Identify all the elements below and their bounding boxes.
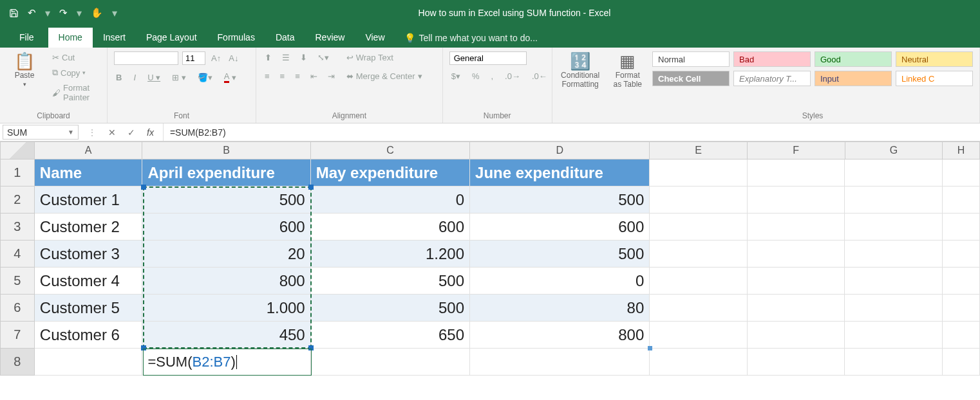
cell-A4[interactable]: Customer 3 xyxy=(35,241,143,268)
col-header-D[interactable]: D xyxy=(470,141,650,159)
cell-H1[interactable] xyxy=(943,159,980,186)
cell-F4[interactable] xyxy=(748,241,845,268)
format-as-table-button[interactable]: ▦ Format as Table xyxy=(610,51,646,90)
cell-G1[interactable] xyxy=(845,159,943,186)
cell-H4[interactable] xyxy=(943,241,980,268)
increase-decimal-icon[interactable]: .0→ xyxy=(503,70,522,82)
style-input[interactable]: Input xyxy=(815,71,892,86)
cell-B6[interactable]: 1.000 xyxy=(142,295,310,322)
cell-F1[interactable] xyxy=(748,159,845,186)
font-color-button[interactable]: A▾ xyxy=(222,70,239,84)
decrease-decimal-icon[interactable]: .0← xyxy=(530,70,549,82)
row-header-2[interactable]: 2 xyxy=(0,186,35,214)
cell-A2[interactable]: Customer 1 xyxy=(35,186,143,214)
tab-formulas[interactable]: Formulas xyxy=(207,28,265,48)
cell-D4[interactable]: 500 xyxy=(470,241,650,268)
cell-H2[interactable] xyxy=(943,186,980,214)
bold-button[interactable]: B xyxy=(114,71,124,84)
row-header-3[interactable]: 3 xyxy=(0,214,35,241)
cell-E6[interactable] xyxy=(650,295,748,322)
col-header-C[interactable]: C xyxy=(311,141,470,159)
cell-H5[interactable] xyxy=(943,268,980,295)
style-explanatory[interactable]: Explanatory T... xyxy=(733,71,811,86)
row-header-6[interactable]: 6 xyxy=(0,295,35,322)
customize-qat-icon[interactable]: ▾ xyxy=(112,7,117,19)
fill-color-button[interactable]: 🪣▾ xyxy=(196,71,214,84)
copy-button[interactable]: ⧉Copy▾ xyxy=(50,66,100,79)
cell-G2[interactable] xyxy=(845,186,943,214)
italic-button[interactable]: I xyxy=(132,71,138,84)
tab-review[interactable]: Review xyxy=(305,28,355,48)
tab-home[interactable]: Home xyxy=(48,28,93,48)
cell-D6[interactable]: 80 xyxy=(470,295,650,322)
cell-G4[interactable] xyxy=(845,241,943,268)
cell-C4[interactable]: 1.200 xyxy=(311,241,470,268)
cell-C6[interactable]: 500 xyxy=(311,295,470,322)
cell-C5[interactable]: 500 xyxy=(311,268,470,295)
cell-G8[interactable] xyxy=(845,349,943,376)
cell-B1[interactable]: April expenditure xyxy=(142,159,310,186)
increase-font-icon[interactable]: A↑ xyxy=(209,52,223,64)
cell-B2[interactable]: 500 xyxy=(142,186,310,214)
cell-A6[interactable]: Customer 5 xyxy=(35,295,143,322)
row-header-7[interactable]: 7 xyxy=(0,322,35,349)
cell-A1[interactable]: Name xyxy=(35,159,143,186)
cell-H8[interactable] xyxy=(943,349,980,376)
col-header-G[interactable]: G xyxy=(845,141,943,159)
style-normal[interactable]: Normal xyxy=(652,51,730,67)
number-format-select[interactable] xyxy=(449,51,527,65)
col-header-B[interactable]: B xyxy=(142,141,310,159)
save-icon[interactable] xyxy=(9,8,19,18)
tab-file[interactable]: File xyxy=(5,28,48,48)
align-middle-icon[interactable]: ☰ xyxy=(280,51,292,64)
name-box[interactable]: SUM ▼ xyxy=(3,125,79,140)
cell-D8[interactable] xyxy=(470,349,650,376)
cut-button[interactable]: ✂Cut xyxy=(50,51,100,64)
increase-indent-icon[interactable]: ⇥ xyxy=(326,70,337,82)
undo-icon[interactable]: ↶ xyxy=(28,7,36,19)
touch-mode-icon[interactable]: ✋ xyxy=(91,7,103,19)
cell-G7[interactable] xyxy=(845,322,943,349)
cell-E7[interactable] xyxy=(650,322,748,349)
cell-C2[interactable]: 0 xyxy=(311,186,470,214)
paste-button[interactable]: 📋 Paste ▾ xyxy=(6,51,42,89)
cell-B4[interactable]: 20 xyxy=(142,241,310,268)
cell-D7[interactable]: 800 xyxy=(470,322,650,349)
wrap-text-button[interactable]: ↩Wrap Text xyxy=(344,51,424,64)
cell-C8[interactable] xyxy=(311,349,470,376)
cell-styles-gallery[interactable]: Normal Bad Good Neutral Check Cell Expla… xyxy=(652,51,973,86)
cell-H6[interactable] xyxy=(943,295,980,322)
decrease-font-icon[interactable]: A↓ xyxy=(227,52,240,64)
tell-me-search[interactable]: 💡 Tell me what you want to do... xyxy=(395,28,547,48)
font-size-input[interactable] xyxy=(182,51,205,65)
cell-H7[interactable] xyxy=(943,322,980,349)
cell-G5[interactable] xyxy=(845,268,943,295)
formula-input[interactable]: =SUM(B2:B7) xyxy=(163,123,980,141)
row-header-5[interactable]: 5 xyxy=(0,268,35,295)
col-header-F[interactable]: F xyxy=(748,141,845,159)
cell-D1[interactable]: June expenditure xyxy=(470,159,650,186)
cell-E2[interactable] xyxy=(650,186,748,214)
col-header-A[interactable]: A xyxy=(35,141,143,159)
accounting-format-icon[interactable]: $▾ xyxy=(449,70,462,82)
row-header-8[interactable]: 8 xyxy=(0,349,35,376)
tab-insert[interactable]: Insert xyxy=(93,28,136,48)
cell-B5[interactable]: 800 xyxy=(142,268,310,295)
enter-icon[interactable]: ✓ xyxy=(127,127,135,138)
cell-E4[interactable] xyxy=(650,241,748,268)
cell-A8[interactable] xyxy=(35,349,143,376)
cell-D5[interactable]: 0 xyxy=(470,268,650,295)
cell-E3[interactable] xyxy=(650,214,748,241)
cell-C3[interactable]: 600 xyxy=(311,214,470,241)
align-top-icon[interactable]: ⬆ xyxy=(263,51,274,64)
cell-D2[interactable]: 500 xyxy=(470,186,650,214)
cell-E1[interactable] xyxy=(650,159,748,186)
style-linked[interactable]: Linked C xyxy=(896,71,973,86)
format-painter-button[interactable]: 🖌Format Painter xyxy=(50,82,100,104)
percent-format-icon[interactable]: % xyxy=(470,70,482,82)
style-good[interactable]: Good xyxy=(815,51,892,67)
style-check-cell[interactable]: Check Cell xyxy=(652,71,730,86)
table-resize-handle[interactable] xyxy=(648,346,652,350)
fx-icon[interactable]: fx xyxy=(147,127,154,138)
align-center-icon[interactable]: ≡ xyxy=(278,70,287,82)
